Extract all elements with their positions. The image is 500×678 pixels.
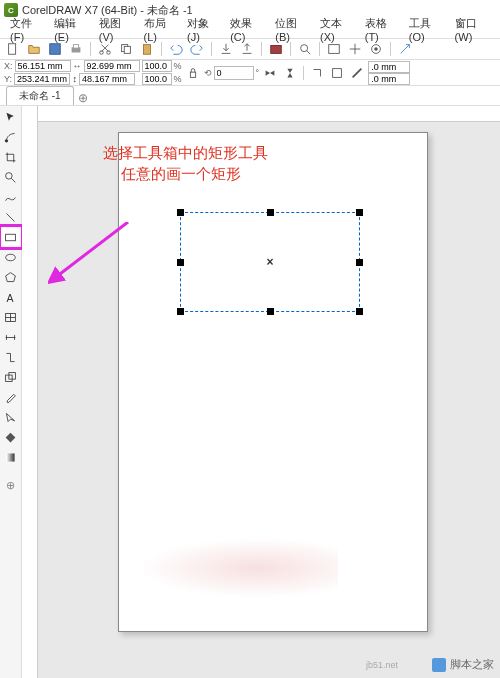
rectangle-tool-icon[interactable] [2, 228, 20, 246]
size-group: ↔ ↕ [73, 60, 140, 85]
menu-window[interactable]: 窗口(W) [449, 14, 496, 45]
corner-icon[interactable] [308, 64, 326, 82]
add-tool-icon[interactable]: ⊕ [2, 476, 20, 494]
text-tool-icon[interactable]: A [2, 288, 20, 306]
dimension-tool-icon[interactable] [2, 328, 20, 346]
separator [319, 42, 320, 56]
height-icon: ↕ [73, 74, 78, 84]
separator [303, 66, 304, 80]
height-input[interactable] [79, 73, 135, 85]
separator [211, 42, 212, 56]
resize-handle-br[interactable] [356, 308, 363, 315]
rotation-icon: ⟲ [204, 68, 212, 78]
svg-point-10 [301, 45, 308, 52]
degree-label: ° [256, 68, 260, 78]
resize-handle-tr[interactable] [356, 209, 363, 216]
launch-icon[interactable] [396, 40, 414, 58]
separator [90, 42, 91, 56]
svg-rect-0 [9, 44, 16, 55]
separator [290, 42, 291, 56]
options-icon[interactable] [367, 40, 385, 58]
resize-handle-bl[interactable] [177, 308, 184, 315]
scale-y-input[interactable] [142, 73, 172, 85]
paste-icon[interactable] [138, 40, 156, 58]
redo-icon[interactable] [188, 40, 206, 58]
print-icon[interactable] [67, 40, 85, 58]
new-icon[interactable] [4, 40, 22, 58]
position-group: X: Y: [4, 60, 71, 85]
outline-group [368, 61, 410, 85]
work-area: A ⊕ 选择工具箱中的矩形工具 任意的画一个矩形 [0, 106, 500, 678]
outline-pen-icon[interactable] [348, 64, 366, 82]
property-bar: X: Y: ↔ ↕ % % ⟲ ° [0, 60, 500, 86]
smart-tool-icon[interactable] [2, 208, 20, 226]
canvas-zone: 选择工具箱中的矩形工具 任意的画一个矩形 × [38, 106, 500, 678]
fill-tool-icon[interactable] [2, 428, 20, 446]
outline-width-2[interactable] [368, 73, 410, 85]
resize-handle-tm[interactable] [267, 209, 274, 216]
svg-rect-8 [144, 45, 151, 55]
import-icon[interactable] [217, 40, 235, 58]
save-icon[interactable] [46, 40, 64, 58]
mirror-v-icon[interactable] [281, 64, 299, 82]
svg-rect-9 [271, 46, 282, 54]
publish-icon[interactable] [267, 40, 285, 58]
ellipse-tool-icon[interactable] [2, 248, 20, 266]
outline-width-1[interactable] [368, 61, 410, 73]
mirror-h-icon[interactable] [261, 64, 279, 82]
polygon-tool-icon[interactable] [2, 268, 20, 286]
width-input[interactable] [84, 60, 140, 72]
rotation-input[interactable] [214, 66, 254, 80]
effects-tool-icon[interactable] [2, 368, 20, 386]
resize-handle-bm[interactable] [267, 308, 274, 315]
zoom-icon[interactable] [296, 40, 314, 58]
copy-icon[interactable] [117, 40, 135, 58]
resize-handle-mr[interactable] [356, 259, 363, 266]
selected-rectangle[interactable]: × [180, 212, 360, 312]
svg-rect-24 [6, 453, 14, 461]
page [118, 132, 428, 632]
y-input[interactable] [14, 73, 70, 85]
table-tool-icon[interactable] [2, 308, 20, 326]
site-watermark: jb51.net 脚本之家 [366, 657, 494, 672]
zoom-tool-icon[interactable] [2, 168, 20, 186]
y-label: Y: [4, 74, 12, 84]
interactive-fill-icon[interactable] [2, 448, 20, 466]
watermark-text: 脚本之家 [450, 657, 494, 672]
add-tab-icon[interactable]: ⊕ [78, 91, 88, 105]
document-tab[interactable]: 未命名 -1 [6, 86, 74, 105]
outline-tool-icon[interactable] [2, 408, 20, 426]
connector-tool-icon[interactable] [2, 348, 20, 366]
svg-rect-7 [124, 46, 130, 53]
svg-point-13 [374, 47, 378, 51]
crop-tool-icon[interactable] [2, 148, 20, 166]
horizontal-ruler[interactable] [38, 106, 500, 122]
lock-ratio-icon[interactable] [184, 64, 202, 82]
eyedropper-tool-icon[interactable] [2, 388, 20, 406]
fullscreen-icon[interactable] [325, 40, 343, 58]
pick-tool-icon[interactable] [2, 108, 20, 126]
vertical-ruler[interactable] [22, 106, 38, 678]
freehand-tool-icon[interactable] [2, 188, 20, 206]
export-icon[interactable] [238, 40, 256, 58]
separator [261, 42, 262, 56]
percent-label: % [174, 74, 182, 84]
shape-tool-icon[interactable] [2, 128, 20, 146]
svg-rect-11 [329, 45, 340, 54]
svg-rect-15 [333, 68, 342, 77]
snap-icon[interactable] [346, 40, 364, 58]
svg-rect-3 [73, 45, 78, 49]
wrap-icon[interactable] [328, 64, 346, 82]
cut-icon[interactable] [96, 40, 114, 58]
undo-icon[interactable] [167, 40, 185, 58]
x-label: X: [4, 61, 13, 71]
scale-group: % % [142, 60, 182, 85]
canvas[interactable]: 选择工具箱中的矩形工具 任意的画一个矩形 × [38, 122, 500, 678]
x-input[interactable] [15, 60, 71, 72]
svg-rect-14 [190, 72, 195, 77]
scale-x-input[interactable] [142, 60, 172, 72]
resize-handle-tl[interactable] [177, 209, 184, 216]
resize-handle-ml[interactable] [177, 259, 184, 266]
open-icon[interactable] [25, 40, 43, 58]
watermark-icon [432, 658, 446, 672]
